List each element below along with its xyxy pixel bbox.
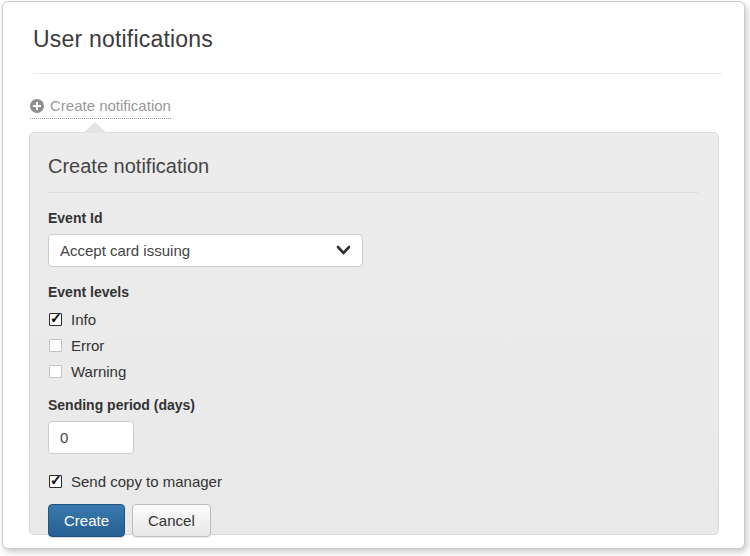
event-id-label: Event Id [48, 210, 698, 226]
checkbox-send-copy[interactable] [49, 475, 62, 488]
checkbox-info-label: Info [71, 311, 96, 328]
sending-period-label: Sending period (days) [48, 397, 698, 413]
plus-circle-icon [30, 99, 44, 113]
checkbox-row-info[interactable]: Info [49, 311, 698, 328]
create-notification-panel: Create notification Event Id Accept card… [29, 132, 719, 535]
page-title: User notifications [33, 26, 714, 53]
checkbox-row-error[interactable]: Error [49, 337, 698, 354]
create-button[interactable]: Create [48, 504, 125, 537]
page-card: User notifications Create notification C… [2, 1, 745, 549]
checkbox-error-label: Error [71, 337, 104, 354]
event-levels-group: Info Error Warning [48, 311, 698, 380]
checkbox-row-send-copy[interactable]: Send copy to manager [49, 473, 698, 490]
create-notification-toggle-link[interactable]: Create notification [30, 97, 171, 119]
checkbox-warning[interactable] [49, 365, 62, 378]
event-id-select[interactable]: Accept card issuing [48, 234, 363, 267]
header-divider [33, 73, 722, 74]
event-levels-label: Event levels [48, 284, 698, 300]
cancel-button[interactable]: Cancel [132, 504, 211, 537]
panel-title: Create notification [48, 155, 698, 193]
event-id-select-wrap: Accept card issuing [48, 234, 363, 267]
sending-period-input[interactable] [48, 421, 134, 454]
toggle-link-label: Create notification [50, 97, 171, 114]
checkbox-info[interactable] [49, 313, 62, 326]
checkbox-row-warning[interactable]: Warning [49, 363, 698, 380]
button-row: Create Cancel [48, 504, 698, 537]
checkbox-warning-label: Warning [71, 363, 126, 380]
checkbox-send-copy-label: Send copy to manager [71, 473, 222, 490]
caret-up-pointer [83, 122, 107, 133]
checkbox-error[interactable] [49, 339, 62, 352]
